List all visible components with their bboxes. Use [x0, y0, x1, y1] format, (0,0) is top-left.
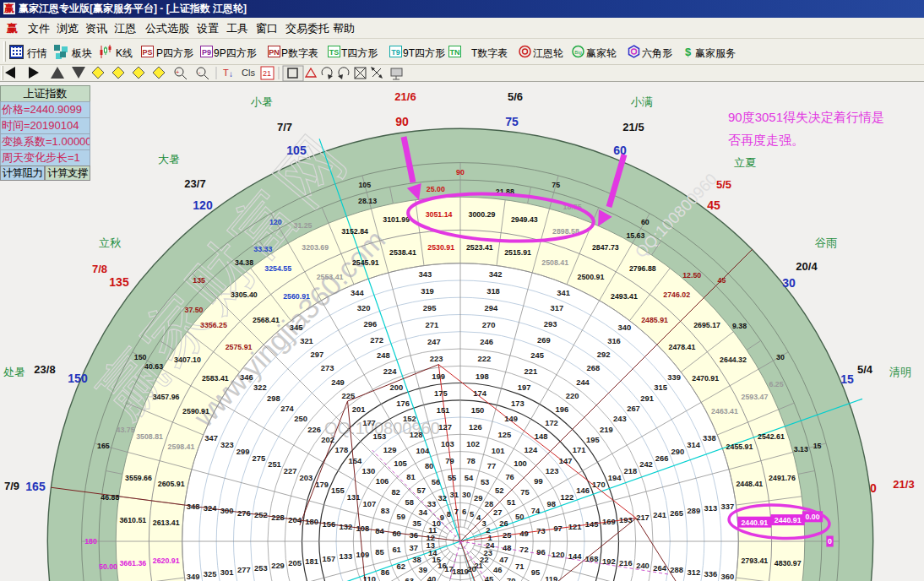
svg-text:270: 270 — [482, 320, 496, 329]
svg-text:28: 28 — [485, 499, 493, 508]
svg-text:125: 125 — [498, 430, 512, 439]
svg-text:197: 197 — [518, 383, 531, 392]
svg-text:96: 96 — [536, 547, 545, 557]
svg-text:72: 72 — [519, 545, 528, 554]
svg-text:156: 156 — [322, 519, 335, 529]
svg-text:29: 29 — [474, 493, 482, 502]
svg-text:45: 45 — [707, 198, 720, 212]
svg-text:222: 222 — [478, 354, 492, 363]
svg-text:120: 120 — [552, 550, 565, 559]
svg-text:343: 343 — [418, 269, 432, 279]
svg-text:3457.96: 3457.96 — [153, 393, 180, 401]
svg-text:2440.91: 2440.91 — [775, 516, 802, 524]
svg-text:169: 169 — [602, 517, 616, 526]
svg-text:150: 150 — [68, 372, 88, 385]
svg-text:21/5: 21/5 — [622, 121, 644, 133]
svg-text:265: 265 — [670, 508, 683, 518]
svg-text:298: 298 — [267, 394, 280, 403]
svg-text:120: 120 — [193, 198, 213, 212]
svg-text:266: 266 — [655, 453, 669, 463]
svg-text:立秋: 立秋 — [99, 236, 122, 249]
svg-text:107: 107 — [362, 499, 376, 508]
svg-text:46.88: 46.88 — [101, 493, 119, 502]
svg-text:2575.91: 2575.91 — [226, 343, 253, 351]
svg-text:2746.02: 2746.02 — [663, 290, 690, 299]
svg-text:84: 84 — [375, 526, 384, 535]
svg-text:0: 0 — [828, 537, 832, 546]
svg-text:2560.91: 2560.91 — [283, 292, 310, 301]
svg-text:80: 80 — [425, 461, 433, 470]
svg-text:3254.55: 3254.55 — [264, 264, 291, 273]
svg-text:123: 123 — [546, 466, 559, 475]
svg-text:345: 345 — [290, 323, 303, 332]
svg-text:168: 168 — [585, 554, 599, 563]
svg-text:34.38: 34.38 — [235, 258, 253, 267]
svg-text:336: 336 — [704, 569, 718, 578]
svg-text:2542.61: 2542.61 — [758, 432, 785, 441]
svg-text:149: 149 — [504, 414, 518, 423]
svg-text:40: 40 — [427, 574, 436, 581]
svg-text:小暑: 小暑 — [250, 95, 273, 108]
svg-text:242: 242 — [639, 459, 653, 469]
svg-text:12.50: 12.50 — [682, 271, 701, 280]
svg-text:120: 120 — [269, 218, 282, 226]
svg-text:98: 98 — [546, 499, 555, 508]
svg-text:2796.88: 2796.88 — [629, 264, 656, 273]
svg-text:316: 316 — [607, 336, 621, 345]
svg-text:155: 155 — [331, 486, 345, 495]
svg-text:47: 47 — [499, 555, 508, 564]
svg-text:35: 35 — [412, 519, 421, 528]
svg-text:2620.91: 2620.91 — [153, 557, 180, 565]
svg-text:273: 273 — [321, 363, 334, 372]
svg-text:218: 218 — [623, 466, 637, 475]
svg-text:170: 170 — [592, 480, 606, 489]
svg-text:132: 132 — [339, 522, 352, 531]
svg-text:199: 199 — [432, 372, 445, 381]
svg-text:2455.91: 2455.91 — [726, 443, 753, 451]
svg-text:85: 85 — [375, 547, 383, 557]
svg-text:179: 179 — [315, 480, 329, 489]
svg-text:226: 226 — [307, 425, 321, 434]
svg-text:349: 349 — [187, 572, 200, 581]
svg-text:大暑: 大暑 — [158, 153, 180, 166]
svg-text:165: 165 — [25, 480, 46, 493]
svg-text:49: 49 — [519, 529, 528, 538]
svg-text:246: 246 — [480, 337, 493, 346]
svg-text:2491.76: 2491.76 — [769, 474, 796, 482]
svg-text:20/4: 20/4 — [796, 260, 818, 273]
svg-text:3000.29: 3000.29 — [468, 210, 495, 219]
svg-text:52: 52 — [495, 486, 503, 495]
svg-text:53: 53 — [481, 477, 489, 486]
svg-text:78: 78 — [466, 456, 475, 465]
svg-text:176: 176 — [396, 399, 410, 408]
svg-text:2463.41: 2463.41 — [711, 407, 738, 415]
svg-text:61: 61 — [392, 545, 400, 554]
svg-text:220: 220 — [566, 391, 579, 400]
svg-text:180: 180 — [305, 517, 318, 526]
svg-text:75: 75 — [505, 115, 519, 128]
svg-text:5/4: 5/4 — [857, 363, 873, 376]
svg-text:223: 223 — [430, 354, 443, 363]
svg-text:70: 70 — [507, 576, 515, 581]
svg-text:83: 83 — [381, 506, 389, 515]
svg-text:314: 314 — [687, 440, 700, 449]
svg-text:30: 30 — [462, 490, 470, 499]
svg-text:77: 77 — [487, 461, 496, 470]
svg-text:60: 60 — [641, 218, 650, 226]
svg-text:7/9: 7/9 — [4, 480, 19, 492]
svg-text:5/5: 5/5 — [716, 178, 731, 191]
svg-text:2485.91: 2485.91 — [641, 316, 668, 324]
svg-text:5: 5 — [470, 509, 474, 519]
svg-text:21/3: 21/3 — [893, 478, 914, 491]
svg-text:74: 74 — [531, 506, 541, 515]
svg-text:2583.41: 2583.41 — [202, 374, 229, 383]
svg-text:2448.41: 2448.41 — [736, 480, 763, 488]
svg-text:2613.41: 2613.41 — [153, 519, 180, 527]
svg-text:318: 318 — [486, 286, 500, 296]
svg-text:81: 81 — [406, 472, 415, 481]
svg-text:198: 198 — [476, 372, 489, 381]
svg-text:130: 130 — [362, 466, 376, 475]
svg-text:34: 34 — [418, 508, 427, 517]
svg-text:253: 253 — [254, 563, 268, 573]
svg-text:2593.47: 2593.47 — [741, 393, 768, 401]
